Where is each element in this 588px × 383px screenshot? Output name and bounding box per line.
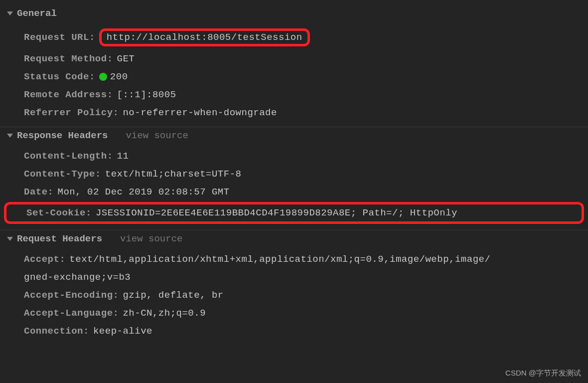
row-date: Date: Mon, 02 Dec 2019 02:08:57 GMT [0,183,588,201]
highlight-request-url: http://localhost:8005/testSession [99,28,310,46]
value-accept-encoding: gzip, deflate, br [123,290,223,301]
row-request-method: Request Method: GET [0,50,588,68]
value-content-type: text/html;charset=UTF-8 [105,169,242,180]
value-connection: keep-alive [93,326,152,337]
chevron-down-icon [7,134,13,138]
value-remote-address: [::1]:8005 [117,89,176,100]
label-status-code: Status Code: [24,71,95,82]
value-accept-language: zh-CN,zh;q=0.9 [123,308,206,319]
row-accept-cont: gned-exchange;v=b3 [0,268,588,286]
label-content-type: Content-Type: [24,169,101,180]
status-dot-icon [99,73,107,81]
label-accept-language: Accept-Language: [24,308,119,319]
row-content-type: Content-Type: text/html;charset=UTF-8 [0,165,588,183]
row-accept: Accept: text/html,application/xhtml+xml,… [0,250,588,268]
row-accept-encoding: Accept-Encoding: gzip, deflate, br [0,286,588,304]
label-request-method: Request Method: [24,53,113,64]
value-set-cookie: JSESSIONID=2E6EE4E6E119BBD4CD4F19899D829… [96,207,457,218]
label-remote-address: Remote Address: [24,89,113,100]
label-set-cookie: Set-Cookie: [26,207,92,218]
row-remote-address: Remote Address: [::1]:8005 [0,86,588,104]
view-source-link[interactable]: view source [126,130,188,141]
label-referrer-policy: Referrer Policy: [24,107,119,118]
value-content-length: 11 [117,151,129,162]
row-status-code: Status Code: 200 [0,68,588,86]
label-accept: Accept: [24,254,65,265]
value-date: Mon, 02 Dec 2019 02:08:57 GMT [58,187,230,197]
row-content-length: Content-Length: 11 [0,147,588,165]
section-header-response[interactable]: Response Headers view source [0,127,588,144]
row-request-url: Request URL: http://localhost:8005/testS… [0,25,588,50]
row-connection: Connection: keep-alive [0,322,588,340]
chevron-down-icon [7,11,13,15]
section-title: Request Headers [17,233,102,244]
general-rows: Request URL: http://localhost:8005/testS… [0,22,588,127]
label-connection: Connection: [24,326,89,337]
value-request-method: GET [117,53,135,64]
label-accept-encoding: Accept-Encoding: [24,290,119,301]
row-accept-language: Accept-Language: zh-CN,zh;q=0.9 [0,304,588,322]
chevron-down-icon [7,237,13,241]
watermark: CSDN @字节开发测试 [505,369,581,378]
value-request-url: http://localhost:8005/testSession [107,32,302,43]
section-title: General [17,8,57,19]
value-accept-cont: gned-exchange;v=b3 [24,272,131,283]
label-content-length: Content-Length: [24,151,113,162]
value-status-code: 200 [110,71,128,82]
label-request-url: Request URL: [24,32,95,43]
label-date: Date: [24,187,54,197]
view-source-link[interactable]: view source [120,233,182,244]
response-header-rows: Content-Length: 11 Content-Type: text/ht… [0,144,588,230]
row-referrer-policy: Referrer Policy: no-referrer-when-downgr… [0,104,588,122]
section-title: Response Headers [17,130,108,141]
request-header-rows: Accept: text/html,application/xhtml+xml,… [0,247,588,345]
section-header-request[interactable]: Request Headers view source [0,230,588,247]
value-accept: text/html,application/xhtml+xml,applicat… [69,254,490,265]
value-referrer-policy: no-referrer-when-downgrade [123,107,277,118]
row-set-cookie: Set-Cookie: JSESSIONID=2E6EE4E6E119BBD4C… [4,202,584,224]
section-header-general[interactable]: General [0,5,588,22]
